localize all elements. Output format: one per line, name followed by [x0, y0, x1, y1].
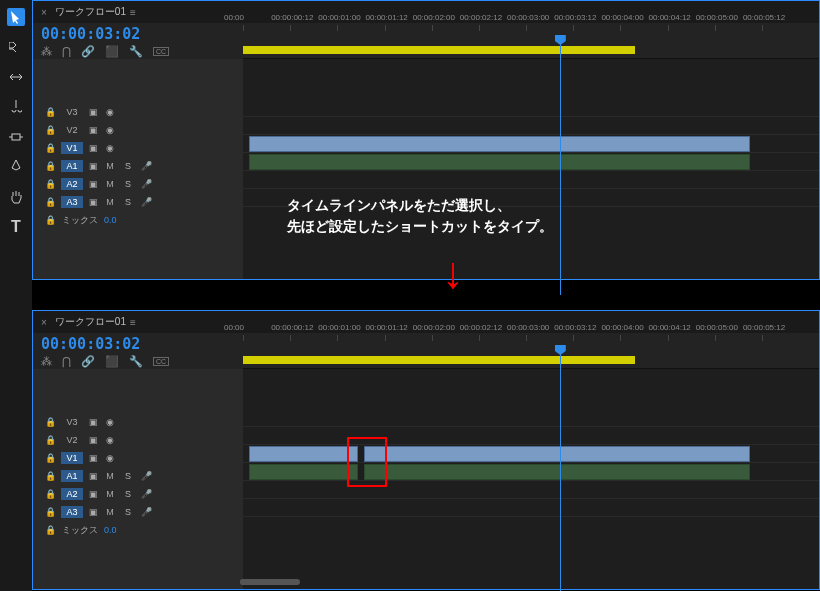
panel-menu-icon[interactable]: ≡	[130, 7, 136, 18]
nest-icon[interactable]: ⁂	[41, 45, 52, 58]
eye-icon[interactable]: ◉	[104, 143, 116, 153]
video-clip-2[interactable]	[364, 446, 750, 462]
lock-icon[interactable]: 🔒	[45, 125, 55, 135]
marker-icon[interactable]: ⬛	[105, 45, 119, 58]
close-icon[interactable]: ×	[41, 7, 47, 18]
lock-icon[interactable]: 🔒	[45, 471, 55, 481]
track-header-a2[interactable]: 🔒A2▣MS🎤	[33, 175, 243, 193]
lock-icon[interactable]: 🔒	[45, 179, 55, 189]
mic-icon[interactable]: 🎤	[140, 507, 152, 517]
track-header-a1[interactable]: 🔒A1▣MS🎤	[33, 157, 243, 175]
track-row-a2[interactable]	[243, 171, 819, 189]
toggle-output-icon[interactable]: ▣	[89, 107, 98, 117]
time-ruler[interactable]: 00:00 00:00:00:12 00:00:01:00 00:00:01:1…	[243, 23, 819, 59]
track-row-a1[interactable]	[243, 153, 819, 171]
toggle-output-icon[interactable]: ▣	[89, 197, 98, 207]
mic-icon[interactable]: 🎤	[140, 179, 152, 189]
lock-icon[interactable]: 🔒	[45, 197, 55, 207]
track-header-v2[interactable]: 🔒V2▣◉	[33, 121, 243, 139]
close-icon[interactable]: ×	[41, 317, 47, 328]
lock-icon[interactable]: 🔒	[45, 161, 55, 171]
track-content-area[interactable]	[243, 369, 819, 589]
track-header-v2[interactable]: 🔒V2▣◉	[33, 431, 243, 449]
mute-toggle[interactable]: M	[104, 197, 116, 207]
mic-icon[interactable]: 🎤	[140, 489, 152, 499]
track-content-area[interactable]	[243, 59, 819, 279]
track-row-a3[interactable]	[243, 499, 819, 517]
mic-icon[interactable]: 🎤	[140, 471, 152, 481]
playhead[interactable]	[560, 345, 561, 591]
work-area-bar[interactable]	[243, 356, 635, 364]
timecode-display[interactable]: 00:00:03:02	[41, 335, 243, 353]
selection-tool[interactable]	[7, 8, 25, 26]
link-icon[interactable]: 🔗	[81, 355, 95, 368]
track-header-a3[interactable]: 🔒A3▣MS🎤	[33, 503, 243, 521]
track-row-a2[interactable]	[243, 481, 819, 499]
cc-icon[interactable]: CC	[153, 357, 169, 366]
toggle-output-icon[interactable]: ▣	[89, 417, 98, 427]
ripple-edit-tool[interactable]	[7, 68, 25, 86]
track-header-v1[interactable]: 🔒V1▣◉	[33, 139, 243, 157]
mute-toggle[interactable]: M	[104, 161, 116, 171]
lock-icon[interactable]: 🔒	[45, 489, 55, 499]
mic-icon[interactable]: 🎤	[140, 161, 152, 171]
track-select-tool[interactable]	[7, 38, 25, 56]
mute-toggle[interactable]: M	[104, 471, 116, 481]
track-header-a2[interactable]: 🔒A2▣MS🎤	[33, 485, 243, 503]
timecode-display[interactable]: 00:00:03:02	[41, 25, 243, 43]
toggle-output-icon[interactable]: ▣	[89, 471, 98, 481]
lock-icon[interactable]: 🔒	[45, 417, 55, 427]
mix-value[interactable]: 0.0	[104, 215, 117, 225]
sequence-tab[interactable]: ワークフロー01	[55, 315, 126, 329]
mix-value[interactable]: 0.0	[104, 525, 117, 535]
track-row-v1[interactable]	[243, 445, 819, 463]
track-row-v2[interactable]	[243, 427, 819, 445]
pen-tool[interactable]	[7, 158, 25, 176]
toggle-output-icon[interactable]: ▣	[89, 453, 98, 463]
toggle-output-icon[interactable]: ▣	[89, 179, 98, 189]
snap-icon[interactable]: ⋂	[62, 355, 71, 368]
mute-toggle[interactable]: M	[104, 489, 116, 499]
lock-icon[interactable]: 🔒	[45, 143, 55, 153]
eye-icon[interactable]: ◉	[104, 107, 116, 117]
slip-tool[interactable]	[7, 128, 25, 146]
time-ruler[interactable]: 00:00 00:00:00:12 00:00:01:00 00:00:01:1…	[243, 333, 819, 369]
solo-toggle[interactable]: S	[122, 197, 134, 207]
eye-icon[interactable]: ◉	[104, 417, 116, 427]
track-header-v3[interactable]: 🔒V3▣◉	[33, 103, 243, 121]
track-header-v3[interactable]: 🔒V3▣◉	[33, 413, 243, 431]
lock-icon[interactable]: 🔒	[45, 107, 55, 117]
solo-toggle[interactable]: S	[122, 507, 134, 517]
mute-toggle[interactable]: M	[104, 179, 116, 189]
horizontal-scrollbar[interactable]	[40, 579, 800, 587]
cc-icon[interactable]: CC	[153, 47, 169, 56]
audio-clip[interactable]	[249, 154, 750, 170]
eye-icon[interactable]: ◉	[104, 453, 116, 463]
solo-toggle[interactable]: S	[122, 179, 134, 189]
toggle-output-icon[interactable]: ▣	[89, 507, 98, 517]
mute-toggle[interactable]: M	[104, 507, 116, 517]
link-icon[interactable]: 🔗	[81, 45, 95, 58]
settings-icon[interactable]: 🔧	[129, 45, 143, 58]
toggle-output-icon[interactable]: ▣	[89, 125, 98, 135]
solo-toggle[interactable]: S	[122, 489, 134, 499]
snap-icon[interactable]: ⋂	[62, 45, 71, 58]
panel-menu-icon[interactable]: ≡	[130, 317, 136, 328]
video-clip-1[interactable]	[249, 446, 358, 462]
sequence-tab[interactable]: ワークフロー01	[55, 5, 126, 19]
audio-clip-2[interactable]	[364, 464, 750, 480]
mic-icon[interactable]: 🎤	[140, 197, 152, 207]
track-header-a1[interactable]: 🔒A1▣MS🎤	[33, 467, 243, 485]
toggle-output-icon[interactable]: ▣	[89, 489, 98, 499]
lock-icon[interactable]: 🔒	[45, 215, 56, 225]
marker-icon[interactable]: ⬛	[105, 355, 119, 368]
lock-icon[interactable]: 🔒	[45, 525, 56, 535]
type-tool[interactable]: T	[7, 218, 25, 236]
work-area-bar[interactable]	[243, 46, 635, 54]
lock-icon[interactable]: 🔒	[45, 435, 55, 445]
eye-icon[interactable]: ◉	[104, 435, 116, 445]
settings-icon[interactable]: 🔧	[129, 355, 143, 368]
hand-tool[interactable]	[7, 188, 25, 206]
playhead[interactable]	[560, 35, 561, 295]
lock-icon[interactable]: 🔒	[45, 453, 55, 463]
